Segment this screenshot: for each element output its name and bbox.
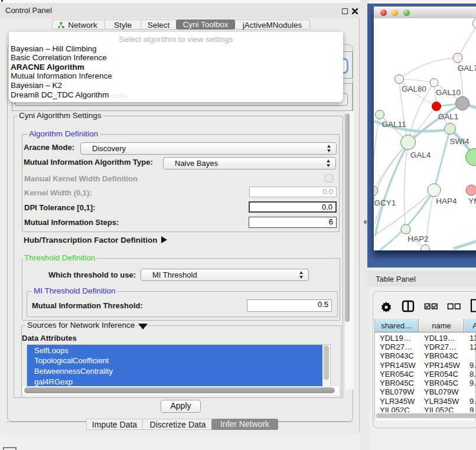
svg-text:SWI4: SWI4 bbox=[449, 137, 469, 146]
svg-text:GAL4: GAL4 bbox=[410, 151, 431, 159]
svg-text:HAP4: HAP4 bbox=[436, 197, 457, 206]
svg-text:YM: YM bbox=[468, 197, 476, 206]
svg-text:GAL1: GAL1 bbox=[438, 112, 459, 121]
svg-text:HAP2: HAP2 bbox=[407, 234, 428, 243]
svg-text:GAL11: GAL11 bbox=[382, 120, 406, 129]
svg-text:GAL80: GAL80 bbox=[402, 84, 426, 93]
svg-text:GAL7: GAL7 bbox=[458, 64, 476, 73]
svg-text:GAL10: GAL10 bbox=[436, 88, 461, 97]
svg-text:GCY1: GCY1 bbox=[374, 198, 396, 207]
